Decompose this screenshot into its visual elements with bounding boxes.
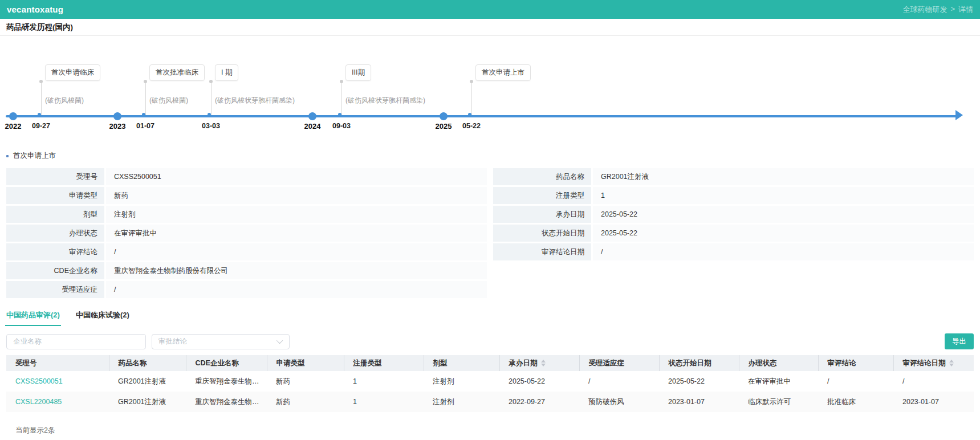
detail-field-label: 受理号	[6, 168, 104, 185]
timeline-date-label: 03-03	[202, 122, 220, 130]
table-cell: /	[818, 371, 893, 392]
table-cell: 注射剂	[424, 371, 499, 392]
table-cell: 临床默示许可	[739, 392, 818, 412]
breadcrumb-current: 详情	[958, 5, 973, 15]
column-header: 剂型	[424, 355, 499, 371]
detail-field-value: 1	[593, 187, 974, 204]
approval-conclusion-placeholder: 审批结论	[158, 337, 278, 347]
timeline-connector-dot-icon	[340, 80, 343, 83]
milestone-label[interactable]: 首次申请临床	[45, 64, 100, 81]
timeline-year-label: 2025	[436, 122, 452, 131]
table-cell: 1	[344, 371, 424, 392]
table-cell: 2023-01-07	[659, 392, 739, 412]
table-row: CXSL2200485GR2001注射液重庆智翔金泰生物…新药1注射剂2022-…	[6, 392, 974, 412]
table-row: CXSS2500051GR2001注射液重庆智翔金泰生物…新药1注射剂2025-…	[6, 371, 974, 392]
detail-section-title: 首次申请上市	[13, 151, 56, 161]
milestone-label[interactable]: III期	[345, 64, 371, 81]
detail-field-label: 药品名称	[493, 168, 591, 185]
detail-field-value: /	[593, 243, 974, 260]
milestone-label[interactable]: 首次申请上市	[475, 64, 531, 81]
timeline-year-label: 2024	[304, 122, 321, 131]
timeline-connector	[471, 83, 472, 115]
milestone-indication-label: (破伤风梭状芽胞杆菌感染)	[345, 96, 425, 105]
timeline-year-dot	[440, 112, 448, 120]
breadcrumb: 全球药物研发 > 详情	[902, 5, 973, 15]
timeline-date-label: 05-22	[462, 122, 481, 130]
timeline-connector	[211, 83, 212, 115]
detail-field-label: 注册类型	[493, 187, 591, 204]
timeline-axis-line	[6, 115, 957, 117]
detail-grid: 受理号CXSS2500051申请类型新药剂型注射剂办理状态在审评审批中审评结论/…	[0, 168, 980, 300]
detail-field-value: 新药	[106, 187, 487, 204]
page-title: 药品研发历程(国内)	[0, 19, 980, 36]
detail-field-value: GR2001注射液	[593, 168, 974, 185]
milestone-indication-label: (破伤风梭菌)	[45, 96, 84, 105]
detail-row: CDE企业名称重庆智翔金泰生物制药股份有限公司	[6, 262, 487, 279]
detail-field-value: CXSS2500051	[106, 168, 487, 185]
column-header: 注册类型	[344, 355, 424, 371]
table-cell: 在审评审批中	[739, 371, 818, 392]
table-cell: 预防破伤风	[579, 392, 659, 412]
detail-row: 剂型注射剂	[6, 206, 487, 223]
tab-china-clinical-trials[interactable]: 中国临床试验(2)	[76, 310, 129, 326]
detail-field-value: 2025-05-22	[593, 225, 974, 242]
detail-row: 审评结论日期/	[493, 243, 974, 260]
timeline-connector-dot-icon	[209, 80, 213, 83]
timeline-connector	[145, 83, 146, 115]
rd-timeline: 202209-27首次申请临床(破伤风梭菌)202301-07首次批准临床(破伤…	[0, 36, 980, 136]
milestone-label[interactable]: I 期	[215, 64, 238, 81]
table-cell: GR2001注射液	[109, 392, 186, 412]
table-cell: 2025-05-22	[659, 371, 739, 392]
detail-field-value: 重庆智翔金泰生物制药股份有限公司	[106, 262, 487, 279]
row-count-label: 当前显示2条	[0, 412, 980, 435]
detail-field-label: 办理状态	[6, 225, 104, 242]
timeline-year-label: 2022	[5, 122, 22, 131]
detail-right-column: 药品名称GR2001注射液注册类型1承办日期2025-05-22状态开始日期20…	[493, 168, 974, 300]
detail-field-value: /	[106, 281, 487, 298]
table-cell: 批准临床	[818, 392, 893, 412]
timeline-connector-dot-icon	[39, 80, 43, 83]
column-header[interactable]: 承办日期	[499, 355, 579, 371]
detail-field-value: /	[106, 243, 487, 260]
timeline-arrow-icon	[955, 110, 963, 120]
detail-field-label: 剂型	[6, 206, 104, 223]
acceptance-number-link[interactable]: CXSL2200485	[6, 392, 109, 412]
table-cell: /	[579, 371, 659, 392]
breadcrumb-root-link[interactable]: 全球药物研发	[902, 5, 947, 15]
table-cell: 2025-05-22	[499, 371, 579, 392]
detail-row: 审评结论/	[6, 243, 487, 260]
detail-row: 药品名称GR2001注射液	[493, 168, 974, 185]
detail-left-column: 受理号CXSS2500051申请类型新药剂型注射剂办理状态在审评审批中审评结论/…	[6, 168, 487, 300]
table-cell: 1	[344, 392, 424, 412]
sort-carets-icon[interactable]	[541, 360, 546, 366]
acceptance-number-link[interactable]: CXSS2500051	[6, 371, 109, 392]
detail-field-label: 审评结论	[6, 243, 104, 260]
filter-row: 审批结论 导出	[0, 333, 980, 349]
breadcrumb-separator: >	[950, 5, 955, 15]
detail-field-label: 状态开始日期	[493, 225, 591, 242]
detail-section-header: 首次申请上市	[6, 151, 974, 161]
table-cell: GR2001注射液	[109, 371, 186, 392]
table-cell: 新药	[267, 371, 344, 392]
export-button[interactable]: 导出	[945, 333, 974, 349]
timeline-connector	[341, 83, 342, 115]
timeline-connector-dot-icon	[144, 80, 147, 83]
detail-field-label: 受理适应症	[6, 281, 104, 298]
column-header: 办理状态	[739, 355, 818, 371]
tab-china-drug-review[interactable]: 中国药品审评(2)	[6, 310, 60, 326]
milestone-label[interactable]: 首次批准临床	[149, 64, 205, 81]
milestone-indication-label: (破伤风梭菌)	[149, 96, 188, 105]
milestone-indication-label: (破伤风梭状芽胞杆菌感染)	[215, 96, 295, 105]
detail-field-label: 审评结论日期	[493, 243, 591, 260]
company-name-input[interactable]	[6, 334, 146, 349]
column-header: CDE企业名称	[186, 355, 267, 371]
column-header: 受理适应症	[579, 355, 659, 371]
detail-field-value: 注射剂	[106, 206, 487, 223]
column-header: 审评结论	[818, 355, 893, 371]
detail-row: 申请类型新药	[6, 187, 487, 204]
sort-carets-icon[interactable]	[949, 360, 954, 366]
top-header-bar: vecantoxatug 全球药物研发 > 详情	[0, 0, 980, 19]
table-cell: 重庆智翔金泰生物…	[186, 392, 267, 412]
column-header[interactable]: 审评结论日期	[893, 355, 974, 371]
approval-conclusion-select[interactable]: 审批结论	[152, 334, 290, 349]
